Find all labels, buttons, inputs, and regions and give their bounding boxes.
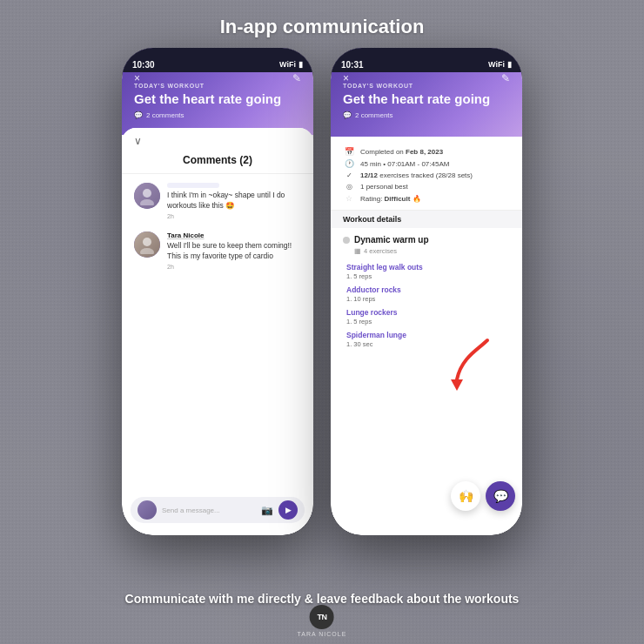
wifi-icon-right: WiFi [488, 60, 505, 69]
stat-pb: 1 personal best [360, 183, 408, 191]
emoji-button[interactable]: 🙌 [451, 481, 480, 511]
battery-icon: ▮ [299, 60, 303, 69]
logo: TN TARA NICOLE [298, 605, 347, 637]
exercise-name-1[interactable]: Straight leg walk outs [346, 263, 510, 272]
right-status-bar: 10:31 WiFi ▮ [341, 57, 512, 72]
svg-point-2 [143, 238, 151, 246]
right-comments-count: 2 comments [355, 111, 393, 119]
person-icon [138, 186, 157, 205]
list-item: Tara Nicole Well I'll be sure to keep th… [134, 231, 301, 270]
exercise-name-3[interactable]: Lunge rockers [346, 308, 510, 317]
right-comments-link[interactable]: 💬 2 comments [343, 111, 510, 119]
stat-row-date: 📅 Completed on Feb 8, 2023 [343, 145, 510, 158]
avatar [134, 183, 160, 209]
battery-icon-right: ▮ [507, 60, 512, 69]
chat-button[interactable]: 💬 [486, 481, 515, 511]
exercise-reps-4: 1. 30 sec [346, 340, 510, 348]
comment-time: 2h [167, 213, 301, 219]
exercise-name-4[interactable]: Spiderman lunge [346, 331, 510, 339]
home-indicator-right [392, 527, 461, 530]
right-status-time: 10:31 [341, 60, 364, 70]
pb-icon: ◎ [343, 183, 355, 191]
star-icon: ☆ [343, 194, 355, 203]
left-phone-screen: 10:30 WiFi ▮ × ✎ TODAY'S WORKOUT Get the… [122, 48, 313, 535]
edit-icon[interactable]: ✎ [292, 72, 301, 84]
exercise-count-text: 4 exercises [364, 247, 397, 255]
comment-icon-left: 💬 [134, 111, 143, 119]
close-icon[interactable]: × [134, 72, 140, 84]
workout-details-header: Workout details [331, 211, 522, 228]
left-status-icons: WiFi ▮ [279, 60, 303, 69]
right-status-icons: WiFi ▮ [488, 60, 512, 69]
exercise-reps-3: 1. 5 reps [346, 318, 510, 325]
comment-text-2: Well I'll be sure to keep them coming!! … [167, 241, 301, 262]
stat-row-time: 🕐 45 min • 07:01AM - 07:45AM [343, 158, 510, 170]
home-indicator [183, 527, 252, 530]
right-phone: 10:31 WiFi ▮ × ✎ TODAY'S WORKOUT Get the… [331, 48, 522, 535]
left-phone: 10:30 WiFi ▮ × ✎ TODAY'S WORKOUT Get the… [122, 48, 313, 535]
camera-icon[interactable]: 📷 [261, 505, 273, 516]
right-header-icons: × ✎ [343, 72, 510, 84]
svg-point-1 [140, 199, 154, 205]
grid-icon: ▦ [354, 247, 361, 255]
stat-time: 45 min • 07:01AM - 07:45AM [360, 160, 449, 168]
svg-point-0 [143, 189, 151, 198]
clock-icon: 🕐 [343, 159, 355, 168]
user-avatar [138, 500, 157, 520]
list-item: Spiderman lunge 1. 30 sec [346, 328, 510, 351]
edit-icon-right[interactable]: ✎ [501, 72, 510, 84]
left-comments-link[interactable]: 💬 2 comments [134, 111, 301, 119]
exercise-name-2[interactable]: Adductor rocks [346, 285, 510, 294]
avatar-image [134, 231, 160, 258]
list-item: Straight leg walk outs 1. 5 reps [346, 260, 510, 283]
message-input[interactable]: Send a message... [162, 506, 256, 514]
bottom-text: Communicate with me directly & leave fee… [0, 592, 644, 606]
comment-list: I think I'm in ~okay~ shape until I do w… [122, 174, 313, 291]
chevron-row[interactable]: ∨ [122, 128, 313, 151]
exercise-section: Dynamic warm up ▦ 4 exercises Straight l… [331, 228, 522, 354]
comment-time-2: 2h [167, 264, 301, 270]
wifi-icon: WiFi [279, 60, 296, 69]
exercise-reps-2: 1. 10 reps [346, 295, 510, 303]
left-status-time: 10:30 [132, 60, 155, 70]
comment-bubble: I think I'm in ~okay~ shape until I do w… [167, 183, 301, 219]
comment-icon-right: 💬 [343, 111, 352, 119]
comment-text: I think I'm in ~okay~ shape until I do w… [167, 191, 301, 211]
left-comments-count: 2 comments [146, 111, 184, 119]
stat-rating: Rating: Difficult 🔥 [360, 195, 421, 203]
stat-date: Completed on Feb 8, 2023 [360, 148, 443, 156]
commenter-name-2: Tara Nicole [167, 231, 301, 239]
logo-circle: TN [310, 605, 334, 629]
left-header-icons: × ✎ [134, 72, 301, 84]
close-icon-right[interactable]: × [343, 72, 349, 84]
commenter-name [167, 183, 219, 188]
message-bar[interactable]: Send a message... 📷 ▶ [131, 497, 305, 523]
avatar [134, 231, 160, 258]
right-workout-title: Get the heart rate going [343, 91, 510, 107]
page-title: In-app communication [0, 16, 644, 38]
send-button[interactable]: ▶ [278, 500, 298, 520]
right-phone-screen: 10:31 WiFi ▮ × ✎ TODAY'S WORKOUT Get the… [331, 48, 522, 535]
floating-actions: 🙌 💬 [451, 481, 515, 511]
svg-point-3 [140, 248, 154, 254]
calendar-icon: 📅 [343, 147, 355, 156]
group-name: Dynamic warm up [354, 235, 429, 245]
exercise-reps-1: 1. 5 reps [346, 272, 510, 280]
left-status-bar: 10:30 WiFi ▮ [132, 57, 303, 72]
stat-row-pb: ◎ 1 personal best [343, 181, 510, 192]
workout-details-body: 📅 Completed on Feb 8, 2023 🕐 45 min • 07… [331, 137, 522, 535]
exercise-count: ▦ 4 exercises [354, 247, 510, 255]
comments-header: Comments (2) [122, 151, 313, 174]
list-item: I think I'm in ~okay~ shape until I do w… [134, 183, 301, 219]
person-icon [138, 235, 157, 254]
group-dot [343, 237, 350, 244]
left-workout-title: Get the heart rate going [134, 91, 301, 107]
stat-row-rating: ☆ Rating: Difficult 🔥 [343, 192, 510, 205]
comments-panel: ∨ Comments (2) [122, 128, 313, 535]
chevron-down-icon[interactable]: ∨ [134, 135, 142, 147]
stats-section: 📅 Completed on Feb 8, 2023 🕐 45 min • 07… [331, 137, 522, 211]
list-item: Adductor rocks 1. 10 reps [346, 283, 510, 305]
check-icon: ✓ [343, 171, 355, 179]
list-item: Lunge rockers 1. 5 reps [346, 305, 510, 328]
stat-row-exercises: ✓ 12/12 exercises tracked (28/28 sets) [343, 170, 510, 181]
